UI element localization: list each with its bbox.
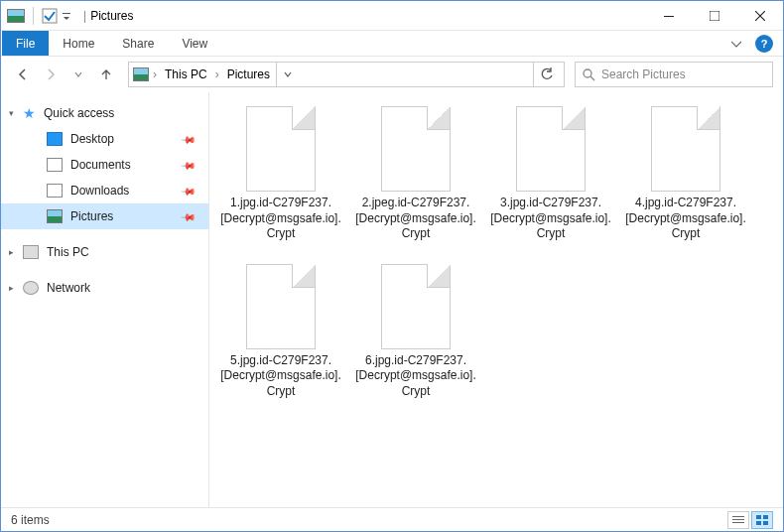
pictures-icon (47, 209, 63, 223)
file-icon (246, 106, 316, 192)
file-name: 3.jpg.id-C279F237.[Decrypt@msgsafe.io].C… (489, 196, 612, 242)
details-view-button[interactable] (727, 511, 749, 529)
breadcrumb-this-pc[interactable]: This PC (161, 67, 211, 81)
sidebar-item-label: Downloads (70, 184, 129, 198)
sidebar-item-label: Quick access (44, 106, 114, 120)
minimize-button[interactable] (646, 1, 692, 31)
sidebar-item-label: Network (47, 281, 90, 295)
chevron-right-icon: ▸ (9, 247, 14, 257)
tab-home[interactable]: Home (49, 31, 108, 56)
sidebar-item-label: Documents (70, 158, 131, 172)
star-icon: ★ (23, 105, 36, 121)
location-icon (133, 67, 149, 81)
title-separator: | (83, 9, 86, 23)
back-button[interactable] (11, 63, 35, 86)
window-controls (646, 1, 783, 31)
maximize-button[interactable] (692, 1, 737, 31)
status-bar: 6 items (1, 507, 783, 531)
svg-rect-2 (664, 16, 674, 17)
sidebar: ▾ ★ Quick access Desktop 📌 Documents 📌 D… (1, 92, 209, 507)
file-item[interactable]: 6.jpg.id-C279F237.[Decrypt@msgsafe.io].C… (352, 264, 479, 400)
help-button[interactable]: ? (755, 35, 773, 53)
svg-rect-9 (763, 515, 768, 519)
svg-rect-6 (732, 519, 744, 520)
sidebar-item-desktop[interactable]: Desktop 📌 (1, 126, 208, 152)
file-name: 6.jpg.id-C279F237.[Decrypt@msgsafe.io].C… (354, 353, 477, 400)
desktop-icon (47, 132, 63, 146)
svg-rect-1 (63, 13, 70, 14)
sidebar-item-documents[interactable]: Documents 📌 (1, 152, 208, 178)
pin-icon: 📌 (181, 183, 196, 199)
close-button[interactable] (737, 1, 783, 31)
address-bar[interactable]: › This PC › Pictures (128, 62, 565, 87)
network-icon (23, 281, 39, 295)
file-name: 2.jpeg.id-C279F237.[Decrypt@msgsafe.io].… (354, 196, 477, 242)
downloads-icon (47, 184, 63, 198)
tab-share[interactable]: Share (108, 31, 168, 56)
chevron-right-icon: ▸ (9, 283, 14, 293)
file-name: 5.jpg.id-C279F237.[Decrypt@msgsafe.io].C… (219, 353, 342, 400)
refresh-button[interactable] (533, 63, 560, 86)
sidebar-spacer (1, 265, 208, 275)
file-name: 1.jpg.id-C279F237.[Decrypt@msgsafe.io].C… (219, 196, 342, 242)
sidebar-item-network[interactable]: ▸ Network (1, 275, 208, 301)
tab-view[interactable]: View (168, 31, 221, 56)
qat-divider (33, 7, 34, 25)
pc-icon (23, 245, 39, 259)
file-item[interactable]: 4.jpg.id-C279F237.[Decrypt@msgsafe.io].C… (622, 106, 749, 242)
search-placeholder: Search Pictures (601, 67, 686, 81)
file-icon (246, 264, 316, 349)
svg-rect-7 (732, 522, 744, 523)
file-icon (381, 264, 451, 349)
pin-icon: 📌 (181, 131, 196, 147)
svg-rect-8 (756, 515, 761, 519)
sidebar-item-label: This PC (47, 245, 89, 259)
sidebar-item-this-pc[interactable]: ▸ This PC (1, 239, 208, 265)
sidebar-item-quick-access[interactable]: ▾ ★ Quick access (1, 100, 208, 126)
file-icon (516, 106, 586, 192)
checkbox-icon[interactable] (42, 8, 58, 24)
breadcrumb-sep: › (151, 67, 159, 81)
recent-dropdown-icon[interactable] (66, 63, 90, 86)
file-icon (381, 106, 451, 192)
search-input[interactable]: Search Pictures (575, 62, 773, 87)
window-title: Pictures (90, 9, 133, 23)
file-icon (651, 106, 720, 192)
breadcrumb-sep: › (213, 67, 221, 81)
view-switcher (727, 511, 773, 529)
up-button[interactable] (94, 63, 118, 86)
file-item[interactable]: 2.jpeg.id-C279F237.[Decrypt@msgsafe.io].… (352, 106, 479, 242)
svg-rect-3 (710, 11, 719, 21)
svg-point-4 (584, 69, 591, 77)
quick-access-toolbar (1, 7, 77, 25)
search-icon (582, 67, 595, 81)
sidebar-item-label: Pictures (70, 209, 113, 223)
chevron-down-icon: ▾ (9, 108, 14, 118)
file-list[interactable]: 1.jpg.id-C279F237.[Decrypt@msgsafe.io].C… (209, 92, 783, 507)
file-item[interactable]: 1.jpg.id-C279F237.[Decrypt@msgsafe.io].C… (217, 106, 344, 242)
svg-rect-5 (732, 516, 744, 517)
svg-rect-10 (756, 521, 761, 525)
file-tab[interactable]: File (2, 31, 49, 56)
sidebar-item-downloads[interactable]: Downloads 📌 (1, 178, 208, 203)
ribbon-expand-icon[interactable] (723, 39, 749, 49)
ribbon: File Home Share View ? (1, 31, 783, 57)
address-dropdown-icon[interactable] (276, 63, 299, 86)
qat-dropdown-icon[interactable] (62, 8, 71, 24)
file-item[interactable]: 5.jpg.id-C279F237.[Decrypt@msgsafe.io].C… (217, 264, 344, 400)
sidebar-item-pictures[interactable]: Pictures 📌 (1, 203, 208, 229)
icons-view-button[interactable] (751, 511, 773, 529)
file-item[interactable]: 3.jpg.id-C279F237.[Decrypt@msgsafe.io].C… (487, 106, 614, 242)
forward-button[interactable] (39, 63, 63, 86)
breadcrumb-pictures[interactable]: Pictures (223, 67, 274, 81)
sidebar-item-label: Desktop (70, 132, 114, 146)
pin-icon: 📌 (181, 208, 196, 224)
file-name: 4.jpg.id-C279F237.[Decrypt@msgsafe.io].C… (624, 196, 747, 242)
body: ▾ ★ Quick access Desktop 📌 Documents 📌 D… (1, 92, 783, 507)
titlebar: | Pictures (1, 1, 783, 31)
item-count: 6 items (11, 513, 50, 527)
document-icon (47, 158, 63, 172)
app-icon (7, 9, 25, 23)
navbar: › This PC › Pictures Search Pictures (1, 57, 783, 92)
pin-icon: 📌 (181, 157, 196, 173)
